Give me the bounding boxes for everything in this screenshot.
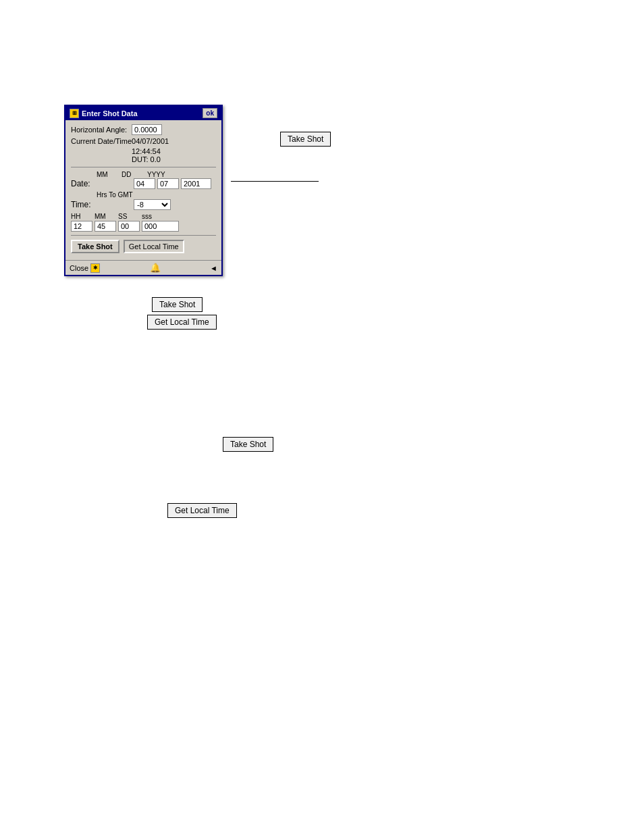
hrs-to-gmt-label: Hrs To GMT	[97, 191, 216, 199]
date-label: Date:	[71, 179, 132, 188]
current-time-block: 12:44:54 DUT: 0.0	[132, 147, 216, 163]
section-divider-1	[71, 167, 216, 167]
dut-value: 0.0	[151, 155, 161, 163]
titlebar-left: ⊞ Enter Shot Data	[70, 109, 138, 118]
standalone-take-shot-3[interactable]: Take Shot	[223, 437, 273, 452]
current-date-value: 04/07/2001	[132, 137, 169, 145]
ok-button[interactable]: ok	[203, 108, 217, 118]
hrs-to-gmt-select[interactable]: -8 -7 -6 -5 -12	[134, 199, 171, 210]
dialog-titlebar: ⊞ Enter Shot Data ok	[65, 106, 221, 120]
dialog-app-icon: ⊞	[70, 109, 79, 118]
time-hh-input[interactable]	[71, 221, 92, 232]
current-datetime-label: Current Date/Time	[71, 137, 132, 145]
footer-arrow: ◄	[210, 264, 217, 272]
dut-row: DUT: 0.0	[132, 155, 216, 163]
standalone-take-shot-2[interactable]: Take Shot	[152, 297, 203, 312]
close-button[interactable]: Close ✱	[70, 263, 100, 273]
dialog-footer: Close ✱ 🔔 ◄	[65, 260, 221, 275]
col-dd-header: DD	[122, 171, 147, 178]
current-time-value: 12:44:54	[132, 147, 216, 155]
col-mm2-header: MM	[95, 213, 116, 220]
date-col-headers: MM DD YYYY	[97, 171, 216, 178]
date-input-row: Date:	[71, 178, 216, 189]
current-datetime-row: Current Date/Time 04/07/2001	[71, 137, 216, 145]
date-mm-input[interactable]	[134, 178, 155, 189]
page-container: ⊞ Enter Shot Data ok Horizontal Angle: C…	[0, 0, 644, 834]
hms-section: HH MM SS sss	[71, 213, 216, 232]
date-section: MM DD YYYY Date:	[71, 171, 216, 189]
standalone-take-shot-1[interactable]: Take Shot	[280, 132, 331, 147]
dialog-buttons: Take Shot Get Local Time	[71, 240, 216, 253]
dut-label: DUT:	[132, 155, 148, 163]
dialog-title: Enter Shot Data	[82, 109, 138, 118]
get-local-time-button[interactable]: Get Local Time	[124, 240, 184, 253]
hms-input-row	[71, 221, 216, 232]
col-hh-header: HH	[71, 213, 92, 220]
col-sss-header: sss	[142, 213, 172, 220]
horizontal-angle-input[interactable]	[132, 124, 162, 135]
standalone-get-local-time-2[interactable]: Get Local Time	[167, 503, 237, 518]
bell-icon: 🔔	[150, 263, 161, 273]
date-yyyy-input[interactable]	[181, 178, 211, 189]
col-ss-header: SS	[118, 213, 140, 220]
horizontal-angle-row: Horizontal Angle:	[71, 124, 216, 135]
close-icon: ✱	[90, 263, 100, 273]
standalone-get-local-time-1[interactable]: Get Local Time	[147, 315, 217, 330]
col-mm-header: MM	[97, 171, 122, 178]
date-dd-input[interactable]	[157, 178, 179, 189]
col-yyyy-header: YYYY	[147, 171, 188, 178]
section-divider-2	[71, 235, 216, 236]
dialog-body: Horizontal Angle: Current Date/Time 04/0…	[65, 120, 221, 260]
time-label: Time:	[71, 200, 132, 209]
time-mm-input[interactable]	[95, 221, 116, 232]
time-input-row: Time: -8 -7 -6 -5 -12	[71, 199, 216, 210]
horizontal-line	[231, 181, 319, 182]
hms-col-headers: HH MM SS sss	[71, 213, 216, 220]
time-sss-input[interactable]	[142, 221, 179, 232]
dialog-window: ⊞ Enter Shot Data ok Horizontal Angle: C…	[64, 105, 223, 276]
close-label: Close	[70, 264, 88, 272]
time-section: Hrs To GMT Time: -8 -7 -6 -5 -12	[71, 191, 216, 210]
horizontal-angle-label: Horizontal Angle:	[71, 126, 132, 134]
take-shot-button[interactable]: Take Shot	[71, 240, 119, 253]
time-ss-input[interactable]	[118, 221, 140, 232]
